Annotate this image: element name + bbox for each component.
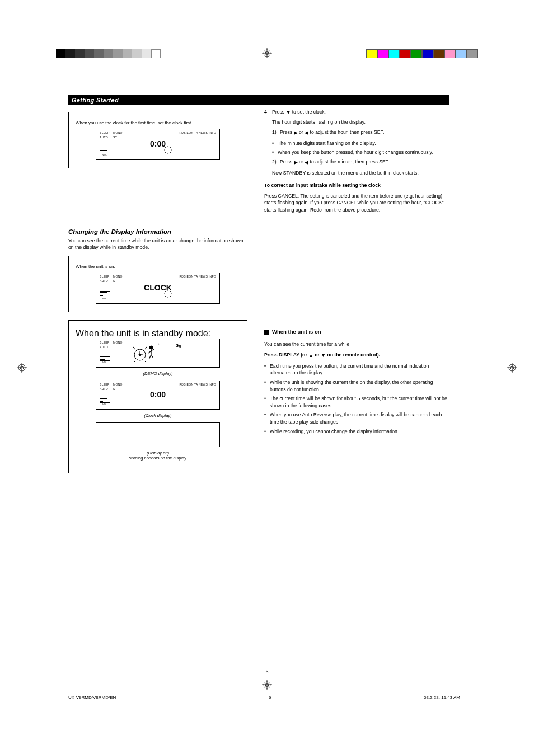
lcd-brightness-icon xyxy=(163,289,172,300)
svg-line-31 xyxy=(170,291,171,292)
figure-clock-first-time: When you use the clock for the first tim… xyxy=(68,112,247,168)
section2-title: Changing the Display Information xyxy=(68,228,449,235)
lcd-auto-label: AUTO xyxy=(100,135,108,139)
bullet-item: •Each time you press the button, the cur… xyxy=(264,363,449,377)
svg-line-28 xyxy=(165,291,166,292)
registration-mark-left xyxy=(17,363,27,373)
lcd-main-text: CLOCK xyxy=(96,283,219,292)
slug-timestamp: 03.3.28, 11:43 AM xyxy=(424,695,460,700)
svg-line-21 xyxy=(170,152,171,153)
walking-alarm-icon xyxy=(132,344,157,364)
lcd-display: SLEEP AUTO MONO ST RDS EON TA NEWS INFO … xyxy=(96,273,220,304)
right-triangle-icon: ▶ xyxy=(294,159,298,166)
page-number: 6 xyxy=(265,669,268,674)
up-triangle-icon: ▲ xyxy=(308,352,313,359)
lcd-volume-icon: VOL xyxy=(100,291,110,300)
demo-display-label: (DEMO display) xyxy=(76,371,240,376)
lcd-volume-icon: VOL xyxy=(100,356,110,364)
lcd-brightness-icon xyxy=(163,145,172,157)
lcd-mono-label: MONO xyxy=(113,131,123,134)
svg-line-30 xyxy=(165,295,166,297)
crop-mark-top-right xyxy=(483,49,505,72)
crop-mark-bottom-right xyxy=(483,666,505,689)
lcd-rds-label: RDS EON TA NEWS INFO xyxy=(179,131,216,134)
svg-line-23 xyxy=(170,147,171,148)
lcd-st-label: ST xyxy=(113,135,117,139)
right-triangle-icon: ▶ xyxy=(294,129,298,137)
lcd-volume-icon: VOL xyxy=(100,397,110,406)
step-4-continuation: The hour digit starts flashing on the di… xyxy=(264,119,449,126)
display-off-label: (Display off) Nothing appears on the dis… xyxy=(76,450,240,461)
lcd-sleep-label: SLEEP xyxy=(100,131,110,134)
bullet-item: •The current time will be shown for abou… xyxy=(264,395,449,409)
slug-filename: UX-V9RMD/V8RMD/EN xyxy=(68,695,116,700)
lcd-demo-display: SLEEP AUTO MONO VOL → Gg xyxy=(96,339,220,368)
crop-mark-bottom-left xyxy=(29,666,51,689)
slug-pagenum: 6 xyxy=(269,695,271,700)
svg-line-29 xyxy=(170,295,171,297)
step-4: 4 Press ▼ to set the clock. xyxy=(264,109,449,116)
svg-point-36 xyxy=(149,346,153,349)
color-bar xyxy=(366,49,478,58)
lcd-clock-display: SLEEP AUTO MONO ST RDS EON TA NEWS INFO … xyxy=(96,381,220,410)
substep-5-1: 1) Press ▶ or ◀ to adjust the hour, then… xyxy=(264,129,449,137)
lcd-main-text: 0:00 xyxy=(96,139,219,148)
substep-5-2: 2) Press ▶ or ◀ to adjust the minute, th… xyxy=(264,158,449,166)
bullet-item: •When you use Auto Reverse play, the cur… xyxy=(264,411,449,425)
lcd-main-text: 0:00 xyxy=(96,390,219,399)
grayscale-bar xyxy=(56,49,161,58)
lcd-display-off xyxy=(96,422,220,447)
subsection-when-unit-on: When the unit is on xyxy=(264,328,449,337)
bullet-hour-flash: •The minute digits start flashing on the… xyxy=(264,140,449,147)
press-display-step: Press DISPLAY (or ▲ or ▼ on the remote c… xyxy=(264,351,449,359)
section2-intro: You can see the current time while the u… xyxy=(68,237,247,251)
registration-mark-right xyxy=(507,363,517,373)
crop-mark-top-left xyxy=(29,49,51,72)
figure-standby-mode: When the unit is in standby mode: SLEEP … xyxy=(68,320,247,473)
figure-caption: When you use the clock for the first tim… xyxy=(76,120,240,125)
square-bullet-icon xyxy=(264,330,269,335)
unit-on-intro: You can see the current time for a while… xyxy=(264,341,449,348)
correct-mistake-body: Press CANCEL. The setting is canceled an… xyxy=(264,192,449,214)
down-triangle-icon: ▼ xyxy=(321,352,326,359)
down-triangle-icon: ▼ xyxy=(286,109,291,116)
correct-mistake-heading: To correct an input mistake while settin… xyxy=(264,182,449,189)
svg-line-22 xyxy=(165,152,166,153)
figure-caption: When the unit is on: xyxy=(76,264,240,269)
figure-caption: When the unit is in standby mode: xyxy=(76,328,240,339)
registration-mark-top xyxy=(262,48,272,58)
substep-5-2-cont: Now STANDBY is selected on the menu and … xyxy=(264,170,449,177)
bullet-hold-button: •When you keep the button pressed, the h… xyxy=(264,149,449,156)
registration-mark-bottom xyxy=(262,680,272,690)
bullet-item: •While recording, you cannot change the … xyxy=(264,428,449,435)
lcd-volume-icon: VOL xyxy=(100,149,110,157)
clock-display-label: (Clock display) xyxy=(76,413,240,418)
svg-line-20 xyxy=(165,147,166,148)
walk-destination-label: Gg xyxy=(176,344,181,348)
figure-unit-on: When the unit is on: SLEEP AUTO MONO ST … xyxy=(68,256,247,312)
lcd-display: SLEEP AUTO MONO ST RDS EON TA NEWS INFO … xyxy=(96,129,220,160)
section-header: Getting Started xyxy=(68,95,449,105)
footer-slug: UX-V9RMD/V8RMD/EN 6 03.3.28, 11:43 AM xyxy=(68,695,460,700)
bullet-item: •While the unit is showing the current t… xyxy=(264,379,449,393)
